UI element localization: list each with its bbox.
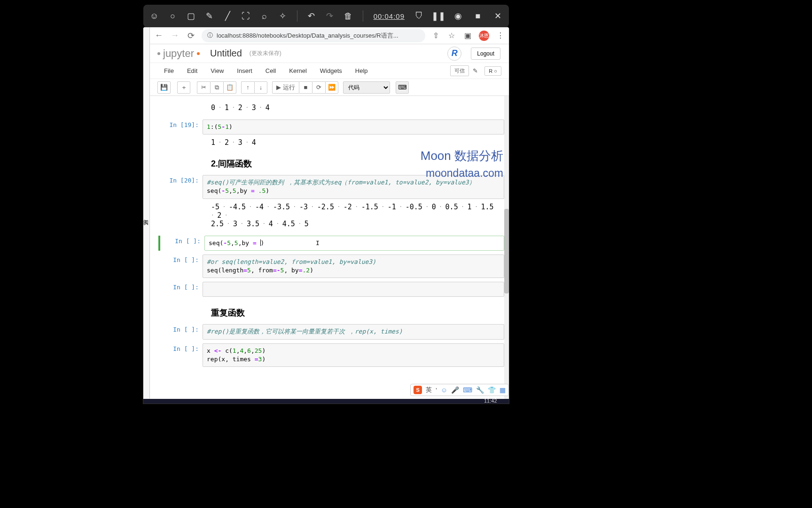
pencil-icon[interactable]: ✎ — [205, 11, 213, 21]
forward-icon[interactable]: → — [170, 31, 180, 41]
menu-widgets[interactable]: Widgets — [313, 67, 349, 74]
cell-prompt: In [ ]: — [158, 282, 203, 297]
ime-keyboard-icon[interactable]: ⌨ — [463, 386, 472, 394]
ime-skin-icon[interactable]: 👕 — [488, 386, 496, 394]
menu-edit[interactable]: Edit — [180, 67, 204, 74]
emoji-icon[interactable]: ☺ — [150, 11, 158, 21]
restart-button[interactable]: ⟳ — [312, 81, 325, 94]
watermark-line2: moondataa.com — [421, 167, 503, 180]
ime-grid-icon[interactable]: ▦ — [500, 386, 506, 394]
cell-prompt: In [ ]: — [160, 236, 204, 251]
line-icon[interactable]: ╱ — [224, 11, 232, 21]
move-down-button[interactable]: ↓ — [254, 81, 267, 94]
undo-icon[interactable]: ↶ — [308, 11, 316, 21]
url-field[interactable]: ⓘ localhost:8888/notebooks/Desktop/Data_… — [202, 29, 425, 42]
cell-input[interactable]: #rep()是重复函数，它可以将某一向量重复若干次 ，rep(x, times) — [203, 324, 504, 339]
scrollbar[interactable] — [504, 96, 509, 404]
cell-input[interactable] — [203, 282, 504, 297]
save-button[interactable]: 💾 — [157, 81, 171, 94]
jupyter-menubar: File Edit View Insert Cell Kernel Widget… — [143, 63, 509, 79]
profile-avatar[interactable]: 沐恩 — [479, 31, 489, 41]
watermark: Moon 数据分析 moondataa.com — [421, 148, 503, 180]
cell-prompt: In [19]: — [158, 119, 203, 135]
move-up-button[interactable]: ↑ — [241, 81, 254, 94]
cell-output: -5 · -4.5 · -4 · -3.5 · -3 · -2.5 · -2 ·… — [158, 200, 501, 232]
autosave-status: (更改未保存) — [250, 49, 281, 57]
r-kernel-icon: R — [447, 47, 461, 61]
back-icon[interactable]: ← — [154, 31, 164, 41]
notebook-area: Moon 数据分析 moondataa.com 0 · 1 · 2 · 3 · … — [150, 96, 509, 404]
code-cell[interactable]: In [ ]: — [158, 282, 504, 297]
restart-run-button[interactable]: ⏩ — [325, 81, 338, 94]
jupyter-logo[interactable]: jupyter — [157, 48, 200, 60]
ime-mic-icon[interactable]: 🎤 — [451, 386, 459, 394]
screenshot-icon[interactable]: ⛶ — [242, 11, 250, 21]
stop-icon[interactable]: ■ — [473, 11, 483, 21]
cut-button[interactable]: ✂ — [197, 81, 210, 94]
markdown-heading[interactable]: 重复函数 — [158, 304, 501, 322]
ime-emoji-icon[interactable]: ☺ — [441, 386, 447, 394]
star-icon[interactable]: ☆ — [447, 31, 456, 40]
code-cell[interactable]: In [ ]: #or seq(length=value2, from=valu… — [158, 254, 504, 278]
cell-input[interactable]: #or seq(length=value2, from=value1, by=v… — [203, 254, 504, 278]
left-panel-sliver: 实阅 — [143, 27, 150, 404]
cell-input[interactable]: 1:(5-1) — [203, 119, 504, 135]
command-palette-button[interactable]: ⌨ — [396, 81, 409, 94]
interrupt-button[interactable]: ■ — [299, 81, 312, 94]
note-icon[interactable]: ✧ — [279, 11, 287, 21]
url-text: localhost:8888/notebooks/Desktop/Data_an… — [217, 32, 398, 40]
cell-prompt: In [20]: — [158, 175, 203, 198]
circle-icon[interactable]: ○ — [169, 11, 177, 21]
reload-icon[interactable]: ⟳ — [186, 31, 196, 41]
menu-file[interactable]: File — [157, 67, 180, 74]
ime-tool-icon[interactable]: 🔧 — [476, 386, 484, 394]
zoom-icon[interactable]: ⌕ — [260, 11, 268, 21]
cell-input[interactable]: seq(-5,5,by = ) I — [204, 236, 504, 251]
ime-punct[interactable]: ' — [436, 387, 437, 394]
watermark-line1: Moon 数据分析 — [421, 148, 503, 164]
kernel-name[interactable]: R ○ — [484, 66, 501, 76]
record-icon[interactable]: ◉ — [453, 11, 463, 21]
sogou-icon[interactable]: S — [414, 386, 422, 394]
menu-view[interactable]: View — [204, 67, 230, 74]
code-cell[interactable]: In [ ]: #rep()是重复函数，它可以将某一向量重复若干次 ，rep(x… — [158, 324, 504, 339]
cell-input[interactable]: x <- c(1,4,6,25)rep(x, times =3) — [203, 343, 504, 367]
menu-help[interactable]: Help — [349, 67, 375, 74]
menu-cell[interactable]: Cell — [259, 67, 282, 74]
logout-button[interactable]: Logout — [471, 48, 500, 60]
trusted-badge[interactable]: 可信 — [450, 65, 469, 76]
recording-toolbar: ☺ ○ ▢ ✎ ╱ ⛶ ⌕ ✧ ↶ ↷ 🗑 00:04:09 ⛉ ❚❚ ◉ ■ … — [143, 5, 509, 27]
notebook-title[interactable]: Untitled — [210, 48, 242, 59]
menu-kernel[interactable]: Kernel — [282, 67, 313, 74]
system-time: 11:42 — [484, 398, 784, 508]
code-cell[interactable]: In [ ]: x <- c(1,4,6,25)rep(x, times =3) — [158, 343, 504, 367]
cell-prompt: In [ ]: — [158, 324, 203, 339]
close-icon[interactable]: ✕ — [493, 11, 502, 21]
square-icon[interactable]: ▢ — [187, 11, 195, 21]
menu-icon[interactable]: ⋮ — [496, 31, 505, 40]
jupyter-toolbar: 💾 ＋ ✂ ⧉ 📋 ↑ ↓ ▶ 运行 ■ ⟳ ⏩ 代码 ⌨ — [143, 79, 509, 96]
ime-lang[interactable]: 英 — [426, 386, 432, 394]
code-cell[interactable]: In [19]: 1:(5-1) — [158, 119, 504, 135]
edit-mode-icon[interactable]: ✎ — [469, 67, 482, 74]
code-cell-selected[interactable]: In [ ]: seq(-5,5,by = ) I — [158, 236, 504, 251]
pause-icon[interactable]: ❚❚ — [434, 11, 443, 21]
menu-insert[interactable]: Insert — [230, 67, 259, 74]
add-cell-button[interactable]: ＋ — [177, 81, 190, 94]
browser-address-bar: ← → ⟳ ⓘ localhost:8888/notebooks/Desktop… — [143, 27, 509, 44]
paste-button[interactable]: 📋 — [223, 81, 236, 94]
info-icon: ⓘ — [207, 32, 213, 40]
panel-icon[interactable]: ▣ — [463, 31, 472, 40]
scroll-thumb[interactable] — [504, 209, 509, 294]
taskbar — [143, 399, 509, 404]
run-button[interactable]: ▶ 运行 — [272, 81, 299, 94]
redo-icon[interactable]: ↷ — [326, 11, 334, 21]
shield-icon[interactable]: ⛉ — [415, 11, 423, 21]
copy-button[interactable]: ⧉ — [210, 81, 223, 94]
ime-toolbar[interactable]: S 英 ' ☺ 🎤 ⌨ 🔧 👕 ▦ — [410, 384, 509, 396]
share-icon[interactable]: ⇧ — [431, 31, 440, 40]
cell-type-select[interactable]: 代码 — [343, 81, 390, 94]
recording-time: 00:04:09 — [374, 12, 405, 20]
cell-output: 0 · 1 · 2 · 3 · 4 — [158, 97, 501, 116]
trash-icon[interactable]: 🗑 — [344, 11, 352, 21]
